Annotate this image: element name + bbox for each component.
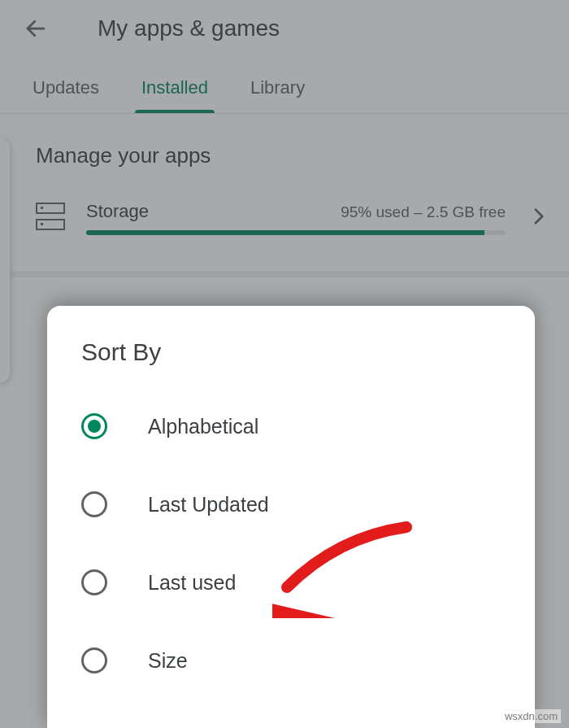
sort-option-last-used[interactable]: Last used	[47, 543, 535, 621]
option-label: Last Updated	[148, 493, 269, 517]
watermark: wsxdn.com	[502, 709, 561, 723]
dialog-title: Sort By	[47, 338, 535, 387]
sort-by-dialog: Sort By Alphabetical Last Updated Last u…	[47, 306, 535, 728]
sort-option-alphabetical[interactable]: Alphabetical	[47, 387, 535, 465]
option-label: Size	[148, 649, 188, 673]
option-label: Alphabetical	[148, 415, 258, 438]
screen: My apps & games Updates Installed Librar…	[0, 0, 569, 728]
radio-icon	[81, 491, 107, 517]
option-label: Last used	[148, 571, 236, 595]
sort-option-size[interactable]: Size	[47, 621, 535, 700]
radio-icon	[81, 413, 107, 439]
radio-icon	[81, 647, 107, 674]
radio-icon	[81, 569, 107, 595]
sort-option-last-updated[interactable]: Last Updated	[47, 465, 535, 543]
